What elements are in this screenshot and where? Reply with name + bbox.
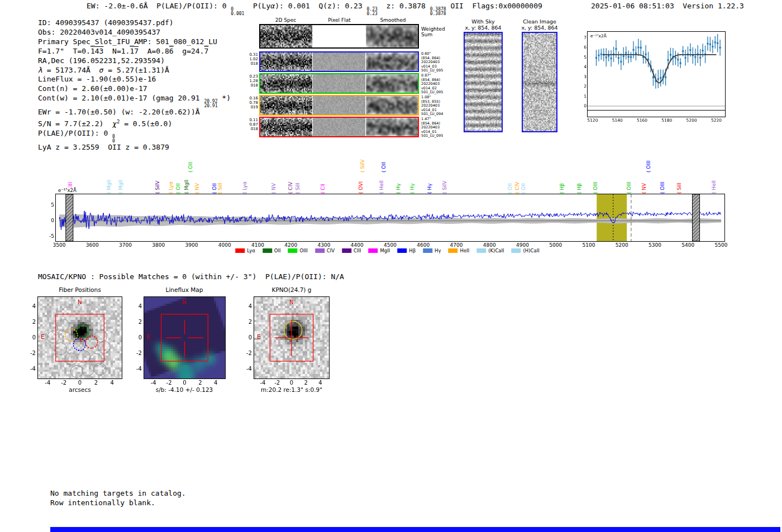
spectral-line-label: ( MgII	[118, 180, 123, 194]
clean-image-title: Clean Image	[523, 18, 556, 25]
spectral-line-label: ( Hγ	[427, 184, 432, 194]
fit-plot-units-label: e⁻¹⁷x2Å	[590, 33, 607, 39]
legend-label: Hβ	[409, 248, 416, 253]
fiber-circle	[82, 364, 94, 376]
legend-label: OII	[274, 248, 281, 253]
legend-swatch	[476, 248, 486, 253]
spectrum-x-tick-label: 5400	[681, 242, 694, 248]
spectrum-x-tick-label: 3900	[185, 242, 198, 248]
spectral-line-label: ( Hγ	[396, 184, 401, 194]
cutout-y-tick-label: -2	[25, 350, 36, 356]
fit-x-tick-label: 5120	[587, 118, 598, 123]
spectral-line-label: ( SiII	[218, 183, 223, 194]
legend-swatch	[512, 248, 521, 253]
emission-line-legend: LyαOIIOIIICIVCIIIMgIIHβHγHeII(K)CaII(H)C…	[235, 248, 546, 253]
fiber-row-weights: 0.23 1.28 018	[246, 74, 258, 88]
fit-y-tick-label: 2	[576, 84, 586, 89]
info-line: Primary Spec_Slot_IFU_AMP: 501_080_012_L…	[38, 37, 231, 47]
spectrum-x-tick-label: 4500	[384, 242, 397, 248]
with-sky-coords: x, y: 854, 864	[465, 25, 501, 31]
spectral-line-label: ( SiIV	[442, 181, 447, 194]
fiber-circle	[78, 351, 90, 363]
spectral-line-label: ( HeII	[712, 180, 717, 194]
fit-y-tick-label: 7	[576, 35, 586, 40]
spectrum-x-tick-label: 5300	[649, 242, 661, 248]
spectrum-x-tick-label: 5100	[583, 242, 595, 248]
spectral-line-label: ( OVI	[359, 181, 364, 194]
spec2d-fiber-row	[259, 51, 419, 72]
pixel-image	[366, 118, 418, 136]
selected-fiber-circle	[85, 336, 98, 348]
spectral-line-label: ( CII	[321, 184, 326, 194]
weighted-sum-label-line: Sum	[421, 32, 445, 37]
cutout-x-tick-label: 2	[198, 380, 202, 386]
cutout-y-tick-label: 4	[241, 303, 252, 309]
pixel-image	[260, 96, 312, 114]
lineflux-map-title: Lineflux Map	[166, 286, 203, 293]
fit-y-tick-label: 4	[576, 64, 586, 69]
fiber-positions-image	[38, 297, 122, 378]
clean-image-coords: x, y: 854, 864	[521, 25, 557, 31]
compass-north: N	[183, 299, 187, 305]
with-sky-image	[464, 32, 503, 132]
fit-y-tick-label: 3	[576, 74, 586, 79]
kpno-image	[254, 297, 329, 378]
fiber-circle	[65, 353, 77, 365]
spectrum-x-tick-label: 4100	[251, 242, 264, 248]
spectral-line-label: ( OII	[176, 183, 181, 194]
cutout-y-tick-label: -2	[241, 350, 252, 356]
spectrum-y-tick-label: 5	[44, 202, 54, 208]
spectral-line-label: ( OII	[382, 162, 387, 172]
spec2d-fiber-row	[259, 73, 419, 94]
pixel-image	[313, 74, 365, 93]
spectral-line-label: ( NV	[271, 183, 276, 194]
weighted-sum-label: Weighted Sum	[421, 26, 445, 37]
info-line: λ = 5173.74Å σ = 5.27(±1.31)Å	[38, 66, 231, 75]
pixel-image	[523, 33, 556, 131]
fit-y-tick-label: 1	[576, 94, 586, 99]
cutout-y-tick-label: 4	[25, 303, 36, 309]
spectrum-x-tick-label: 4200	[284, 242, 297, 248]
pixel-image	[260, 25, 312, 47]
legend-swatch	[315, 248, 325, 253]
legend-label: Hγ	[435, 248, 441, 253]
spectral-line-label: ( Lyα	[169, 181, 174, 194]
lineflux-map-image	[144, 297, 225, 378]
info-line: Obs: 20220403v014_4090395437	[38, 28, 231, 37]
legend-swatch	[369, 248, 378, 253]
legend-item: Hβ	[397, 248, 416, 253]
fiber-circle	[70, 365, 83, 377]
info-line: RA,Dec (196.052231,52.293594)	[38, 56, 231, 66]
catalog-note-line2: Row intentionally blank.	[50, 499, 155, 507]
legend-swatch	[342, 248, 351, 253]
spectrum-x-tick-label: 3600	[86, 242, 99, 248]
legend-swatch	[288, 248, 298, 253]
cutout-x-tick-label: -2	[61, 380, 66, 386]
pixel-image	[366, 74, 418, 93]
legend-swatch	[263, 248, 272, 253]
spectrum-y-tick-label: -5	[44, 233, 54, 239]
spectral-line-label: ( CIV	[288, 182, 293, 194]
spectral-line-label: ( SiIV	[155, 181, 160, 194]
cutout-x-tick-label: 0	[290, 380, 293, 386]
cutout-x-tick-label: 2	[94, 380, 98, 386]
lineflux-caption: s/b: -4.10 +/- 0.123	[156, 386, 213, 393]
fit-plot-strip	[588, 111, 725, 117]
cutout-y-tick-label: -2	[131, 350, 142, 356]
info-line: F=1.7" T=0.143 N=1.17 A=0.86 g=24.7	[38, 47, 231, 56]
spectral-line-label: ( NV	[642, 183, 647, 194]
fiber-positions-title: Fiber Positions	[59, 286, 101, 293]
legend-item: (H)CaII	[512, 248, 540, 253]
spectrum-x-tick-label: 4900	[516, 242, 529, 248]
fit-x-tick-label: 5140	[612, 118, 623, 123]
legend-label: OIII	[300, 248, 308, 253]
spectral-line-label: ( HeII	[379, 180, 384, 194]
spectrum-x-tick-label: 3700	[119, 242, 132, 248]
fiber-row-meta: 0.87" (854, 864) 20220403 v014_02 501_LU…	[421, 74, 443, 95]
cutout-x-tick-label: 4	[318, 380, 322, 386]
legend-label: MgII	[380, 248, 390, 253]
compass-east: E	[41, 334, 44, 340]
fiber-circle	[54, 343, 66, 355]
spectral-line-label: ( OIII	[646, 161, 651, 172]
spectrum-x-tick-label: 4800	[483, 242, 496, 248]
